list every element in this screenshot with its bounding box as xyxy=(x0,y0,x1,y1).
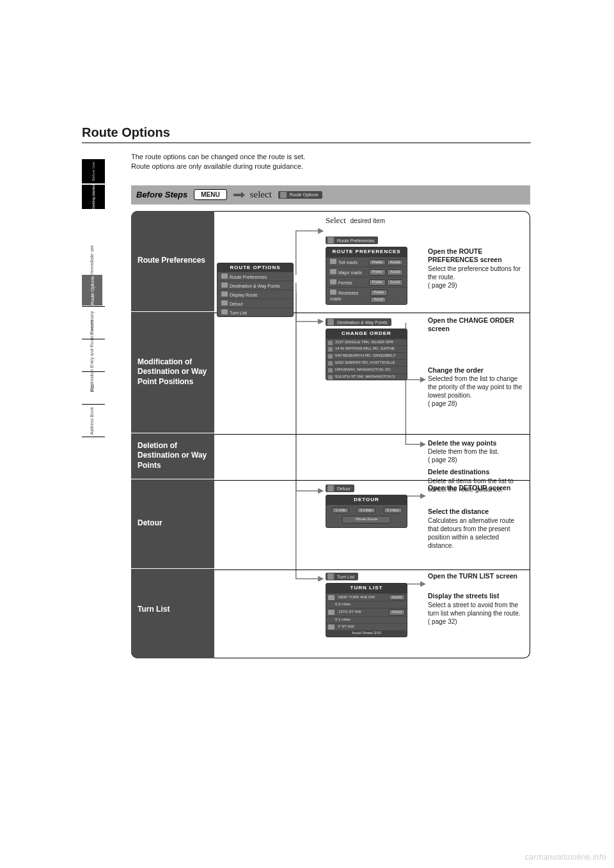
avoid-button[interactable]: Avoid xyxy=(387,269,403,275)
label-route-preferences: Route Preferences xyxy=(131,211,214,312)
prefer-button[interactable]: Prefer xyxy=(369,279,386,286)
intro-line: The route options can be changed once th… xyxy=(131,153,305,160)
expl-text: Calculates an alternative route that det… xyxy=(428,516,525,550)
turnlist-chip-block: Turn List TURN LIST NEW YORK AVE NW Avoi… xyxy=(326,572,421,637)
route-prefs-chip-block: Route Preferences ROUTE PREFERENCES Toll… xyxy=(326,236,421,305)
restricted-icon xyxy=(330,290,336,295)
whole-route-button[interactable]: Whole Route xyxy=(342,516,391,523)
route-prefs-block: Select desired item xyxy=(326,215,524,228)
content-table: Route Preferences Modification of Destin… xyxy=(131,211,530,658)
turn-icon xyxy=(328,624,335,630)
turnlist-row: 13TH ST NW Avoid xyxy=(326,608,407,616)
shot-row: Major roadsPreferAvoid xyxy=(326,267,407,277)
route-prefs-chip[interactable]: Route Preferences xyxy=(326,236,378,244)
left-black-tabs: Before Use Getting started xyxy=(82,159,105,210)
tab-label: Getting started xyxy=(91,184,95,209)
select-label: select xyxy=(250,189,272,200)
list-item[interactable]: 516 9TH ST NW, WASHINGTON D xyxy=(326,373,407,380)
sub-text: Delete them from the list. xyxy=(428,447,525,456)
detour-1mile-button[interactable]: 1 mile xyxy=(332,508,349,514)
list-item[interactable]: 2107 SANGLE TRK, SILVER SPR xyxy=(326,339,407,346)
avoid-button[interactable]: Avoid xyxy=(387,279,403,286)
detour-5miles-button[interactable]: 5 miles xyxy=(384,508,402,514)
main-content: The route options can be changed once th… xyxy=(131,152,530,658)
side-item: Immediate use xyxy=(82,244,102,275)
block-title: Open the DETOUR screen xyxy=(428,484,525,493)
shot-row: Restricted roadsPreferAvoid xyxy=(326,287,407,304)
turnlist-text: Open the TURN LIST screen Display the st… xyxy=(428,572,525,626)
turn-icon xyxy=(328,595,335,600)
tab-getting-started: Getting started xyxy=(82,185,105,209)
prefer-button[interactable]: Prefer xyxy=(369,269,386,275)
side-item: Address Book xyxy=(82,405,102,436)
block-title: Open the CHANGE ORDER screen xyxy=(428,316,525,334)
page-title: Route Options xyxy=(82,125,531,140)
row-divider xyxy=(214,434,530,435)
block-title: Open the TURN LIST screen xyxy=(428,572,525,581)
detour-screenshot: DETOUR 1 mile 3 miles 5 miles Whole Rout… xyxy=(326,495,407,528)
watermark: carmanualsonline.info xyxy=(525,853,606,862)
route-prefs-text: Open the ROUTE PREFERENCES screen Select… xyxy=(428,247,525,290)
prefer-button[interactable]: Prefer xyxy=(369,260,386,266)
shot-row[interactable]: Detour xyxy=(217,298,293,307)
ferry-icon xyxy=(330,279,336,284)
expl-title: Select the distance xyxy=(428,508,525,516)
labels-column: Route Preferences Modification of Destin… xyxy=(131,211,214,658)
body-column: ROUTE OPTIONS Route Preferences Destinat… xyxy=(214,211,530,658)
side-item-active: Route Options xyxy=(82,275,102,306)
list-item[interactable]: 540 RESEARCH RD, GREENBELT xyxy=(326,352,407,359)
sub-title: Delete the way points xyxy=(428,439,525,448)
shot-title: CHANGE ORDER xyxy=(326,329,407,338)
detour-buttons: 1 mile 3 miles 5 miles xyxy=(326,505,407,515)
turnlist-screenshot: TURN LIST NEW YORK AVE NW Avoid 0.2 mile… xyxy=(326,583,407,637)
intro-line: Route options are only available during … xyxy=(131,162,303,170)
list-item[interactable]: DRIVEWAY, WASHINGTON, DC xyxy=(326,366,407,373)
page-ref: ( page 28) xyxy=(428,456,525,464)
turnlist-footer: Avoid Street 3/10 xyxy=(326,630,407,637)
divider xyxy=(82,306,105,307)
detour-3miles-button[interactable]: 3 miles xyxy=(357,508,375,514)
list-icon xyxy=(221,309,228,314)
avoid-button[interactable]: Avoid xyxy=(387,260,403,266)
intro-text: The route options can be changed once th… xyxy=(131,152,530,171)
prefer-button[interactable]: Prefer xyxy=(370,290,387,296)
dest-waypoints-chip[interactable]: Destination & Way Points xyxy=(326,318,391,326)
turnlist-dist: 0.1 miles xyxy=(326,616,407,623)
turn-icon xyxy=(328,610,335,615)
detour-icon xyxy=(221,300,228,306)
detour-chip-block: Detour DETOUR 1 mile 3 miles 5 miles Who… xyxy=(326,484,421,529)
side-section-tabs: Immediate use Route Options If necessary… xyxy=(82,244,105,438)
expl-text: Select a street to avoid from the turn l… xyxy=(428,601,525,617)
sub-text: Selected from the list to change the pri… xyxy=(428,375,525,399)
turnlist-row: F ST NW xyxy=(326,623,407,630)
route-prefs-screenshot: ROUTE PREFERENCES Toll roadsPreferAvoid … xyxy=(326,247,407,304)
block-text: Select the preference buttons for the ro… xyxy=(428,265,525,281)
page-ref: ( page 29) xyxy=(428,281,525,290)
list-item[interactable]: 14 W WATKINS MILL RD, GAITHE xyxy=(326,345,407,352)
change-order-title: Open the CHANGE ORDER screen xyxy=(428,316,525,334)
shot-row: Toll roadsPreferAvoid xyxy=(326,257,407,267)
route-options-chip[interactable]: Route Options xyxy=(278,191,322,199)
route-options-screenshot: ROUTE OPTIONS Route Preferences Destinat… xyxy=(217,263,294,317)
avoid-button[interactable]: Avoid xyxy=(370,297,386,303)
label-modification: Modification of Destination or Way Point… xyxy=(131,312,214,433)
menu-button[interactable]: MENU xyxy=(194,189,226,200)
detour-chip[interactable]: Detour xyxy=(326,484,354,492)
side-item: Destination Entry and Route Search xyxy=(82,340,102,371)
list-item[interactable]: 6252 SHERIFF RD, HYATTSVILLE xyxy=(326,359,407,366)
expl-title: Display the streets list xyxy=(428,592,525,601)
shot-row[interactable]: Turn List xyxy=(217,307,293,316)
turnlist-chip[interactable]: Turn List xyxy=(326,573,358,580)
tab-before-use: Before Use xyxy=(82,159,105,183)
label-turn-list: Turn List xyxy=(131,569,214,651)
shot-row[interactable]: Route Preferences xyxy=(217,272,293,281)
divider xyxy=(82,437,105,437)
divider xyxy=(82,404,105,405)
avoid-button[interactable]: Avoid xyxy=(389,594,405,601)
shot-row[interactable]: Display Route xyxy=(217,290,293,298)
label-detour: Detour xyxy=(131,479,214,569)
shot-row[interactable]: Destination & Way Points xyxy=(217,281,293,290)
select-label: Select xyxy=(326,215,346,225)
magnifier-icon xyxy=(221,291,228,297)
avoid-button[interactable]: Avoid xyxy=(389,609,405,616)
